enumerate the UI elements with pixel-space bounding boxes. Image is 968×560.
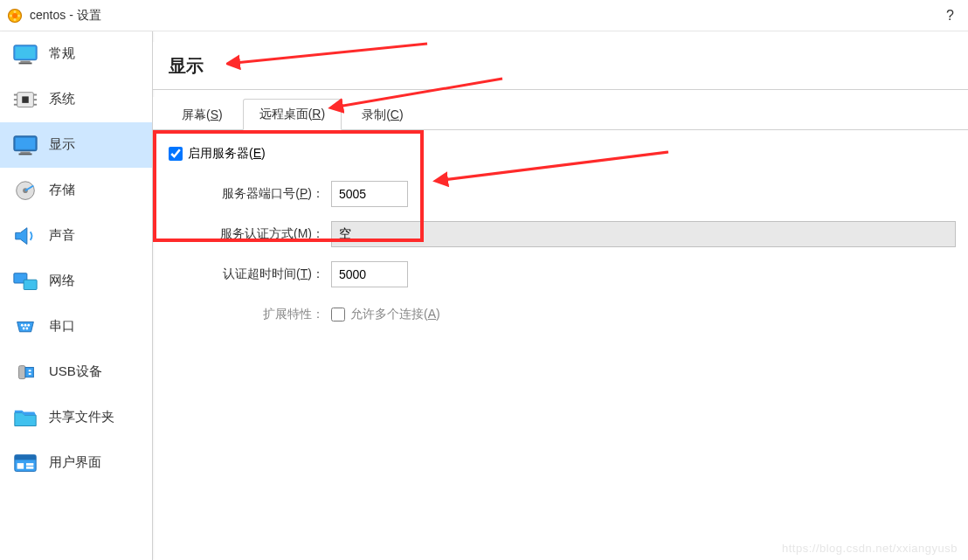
svg-point-27	[24, 323, 27, 326]
port-input[interactable]	[331, 181, 408, 207]
sidebar-item-label: 共享文件夹	[49, 409, 114, 425]
usb-icon	[12, 361, 38, 384]
sidebar-item-9[interactable]: 用户界面	[0, 440, 152, 486]
extension-checkbox-group: 允许多个连接(A)	[331, 307, 440, 322]
auth-method-dropdown[interactable]: 空	[331, 221, 956, 247]
tab-content: 启用服务器(E) 服务器端口号(P)： 服务认证方式(M)： 空 认	[153, 130, 968, 560]
body-area: 常规系统显示存储声音网络串口USB设备共享文件夹用户界面 显示 屏幕(S)远程桌…	[0, 31, 968, 560]
svg-rect-31	[19, 365, 26, 378]
svg-rect-21	[19, 153, 32, 155]
auth-method-row: 服务认证方式(M)： 空	[165, 214, 968, 254]
sidebar-item-label: 常规	[49, 45, 75, 62]
serial-port-icon	[12, 315, 38, 338]
svg-point-5	[14, 18, 17, 21]
sidebar-item-3[interactable]: 存储	[0, 168, 152, 213]
main-panel: 显示 屏幕(S)远程桌面(R)录制(C) 启用服务器(E) 服务器端口号(P)：	[153, 31, 968, 560]
port-label: 服务器端口号(P)：	[165, 186, 331, 202]
disk-icon	[12, 179, 38, 202]
tab-1[interactable]: 远程桌面(R)	[243, 99, 342, 130]
auth-timeout-row: 认证超时时间(T)：	[165, 254, 968, 294]
svg-rect-39	[26, 466, 33, 468]
svg-point-30	[25, 327, 28, 329]
sidebar-item-label: 存储	[49, 182, 75, 198]
sidebar-item-2[interactable]: 显示	[0, 122, 152, 168]
tab-0[interactable]: 屏幕(S)	[165, 100, 239, 130]
titlebar-left: centos - 设置	[7, 8, 101, 24]
svg-rect-20	[20, 151, 30, 153]
titlebar: centos - 设置 ?	[0, 0, 968, 31]
sidebar-item-label: 显示	[49, 136, 75, 153]
auth-method-label: 服务认证方式(M)：	[165, 226, 331, 242]
svg-point-29	[23, 327, 25, 329]
window-title: centos - 设置	[30, 8, 101, 24]
svg-rect-37	[17, 463, 24, 469]
page-header: 显示	[153, 42, 968, 90]
sidebar-item-0[interactable]: 常规	[0, 31, 152, 77]
network-monitors-icon	[12, 270, 38, 293]
auth-timeout-input[interactable]	[331, 261, 408, 287]
svg-point-3	[17, 14, 20, 17]
monitor-general-icon	[12, 43, 38, 66]
sidebar-item-4[interactable]: 声音	[0, 213, 152, 259]
help-button[interactable]: ?	[939, 8, 961, 24]
tab-2[interactable]: 录制(C)	[345, 100, 419, 130]
tabs: 屏幕(S)远程桌面(R)录制(C)	[153, 97, 968, 130]
svg-rect-34	[29, 373, 31, 375]
sidebar-item-8[interactable]: 共享文件夹	[0, 395, 152, 440]
svg-rect-7	[16, 46, 36, 58]
ui-window-icon	[12, 452, 38, 474]
folder-shared-icon	[12, 406, 38, 429]
svg-rect-8	[20, 60, 30, 62]
extension-row: 扩展特性： 允许多个连接(A)	[165, 294, 968, 335]
sidebar-item-label: USB设备	[49, 363, 102, 380]
monitor-display-icon	[12, 134, 38, 156]
extension-label: 扩展特性：	[165, 307, 331, 322]
svg-rect-9	[19, 62, 32, 64]
port-row: 服务器端口号(P)：	[165, 174, 968, 214]
svg-rect-33	[29, 370, 31, 371]
svg-point-4	[14, 10, 17, 13]
auth-timeout-label: 认证超时时间(T)：	[165, 266, 331, 282]
enable-server-checkbox[interactable]	[169, 147, 183, 161]
sidebar-item-6[interactable]: 串口	[0, 304, 152, 349]
svg-rect-32	[25, 367, 33, 377]
svg-rect-25	[24, 280, 37, 289]
sidebar-item-5[interactable]: 网络	[0, 259, 152, 304]
sidebar-item-7[interactable]: USB设备	[0, 349, 152, 395]
svg-point-1	[12, 13, 17, 18]
app-icon	[7, 8, 23, 24]
svg-rect-11	[22, 96, 29, 103]
sidebar-item-label: 系统	[49, 91, 75, 107]
svg-rect-19	[16, 137, 36, 149]
sidebar-item-label: 串口	[49, 318, 75, 335]
svg-point-26	[21, 323, 24, 326]
sidebar-item-label: 用户界面	[49, 454, 101, 471]
chip-icon	[12, 88, 38, 111]
speaker-icon	[12, 225, 38, 247]
svg-rect-36	[15, 454, 36, 460]
watermark: https://blog.csdn.net/xxiangyusb	[782, 542, 958, 555]
enable-server-row: 启用服务器(E)	[165, 142, 968, 174]
sidebar-item-1[interactable]: 系统	[0, 77, 152, 122]
sidebar: 常规系统显示存储声音网络串口USB设备共享文件夹用户界面	[0, 31, 153, 560]
svg-point-2	[10, 14, 12, 17]
svg-point-28	[27, 323, 30, 326]
allow-multiple-connections-label[interactable]: 允许多个连接(A)	[350, 307, 440, 322]
enable-server-label[interactable]: 启用服务器(E)	[188, 146, 266, 162]
page-title: 显示	[169, 54, 204, 78]
allow-multiple-connections-checkbox[interactable]	[331, 308, 345, 321]
sidebar-item-label: 声音	[49, 227, 75, 244]
svg-rect-38	[26, 463, 33, 466]
sidebar-item-label: 网络	[49, 273, 75, 289]
